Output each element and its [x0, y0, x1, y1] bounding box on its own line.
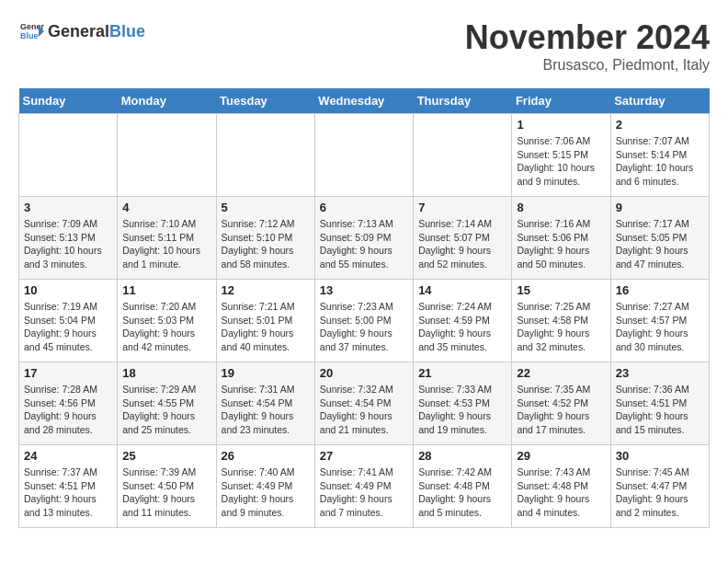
day-detail: Sunrise: 7:13 AM Sunset: 5:09 PM Dayligh… — [320, 217, 408, 271]
calendar-week-row: 24Sunrise: 7:37 AM Sunset: 4:51 PM Dayli… — [19, 445, 710, 528]
day-detail: Sunrise: 7:42 AM Sunset: 4:48 PM Dayligh… — [418, 465, 506, 520]
day-detail: Sunrise: 7:29 AM Sunset: 4:55 PM Dayligh… — [122, 383, 210, 437]
day-detail: Sunrise: 7:31 AM Sunset: 4:54 PM Dayligh… — [222, 383, 310, 437]
day-number: 2 — [616, 118, 704, 132]
day-number: 11 — [122, 283, 210, 297]
calendar-cell: 20Sunrise: 7:32 AM Sunset: 4:54 PM Dayli… — [314, 362, 413, 445]
day-number: 17 — [24, 366, 112, 380]
day-number: 14 — [418, 283, 506, 297]
day-number: 5 — [222, 201, 310, 214]
weekday-header-sunday: Sunday — [19, 88, 118, 114]
day-detail: Sunrise: 7:19 AM Sunset: 5:04 PM Dayligh… — [24, 300, 112, 354]
day-detail: Sunrise: 7:14 AM Sunset: 5:07 PM Dayligh… — [418, 217, 506, 271]
location-subtitle: Brusasco, Piedmont, Italy — [465, 57, 710, 74]
day-detail: Sunrise: 7:21 AM Sunset: 5:01 PM Dayligh… — [222, 300, 310, 354]
calendar-cell — [314, 114, 413, 197]
day-detail: Sunrise: 7:40 AM Sunset: 4:49 PM Dayligh… — [222, 465, 310, 520]
calendar-cell: 21Sunrise: 7:33 AM Sunset: 4:53 PM Dayli… — [414, 362, 512, 445]
day-number: 25 — [122, 449, 210, 463]
day-number: 13 — [320, 283, 408, 297]
weekday-header-thursday: Thursday — [414, 88, 512, 114]
day-number: 6 — [320, 201, 408, 214]
calendar-cell: 10Sunrise: 7:19 AM Sunset: 5:04 PM Dayli… — [19, 280, 118, 362]
day-detail: Sunrise: 7:39 AM Sunset: 4:50 PM Dayligh… — [122, 465, 210, 520]
weekday-header-friday: Friday — [512, 88, 610, 114]
calendar-cell: 18Sunrise: 7:29 AM Sunset: 4:55 PM Dayli… — [118, 362, 216, 445]
calendar-week-row: 17Sunrise: 7:28 AM Sunset: 4:56 PM Dayli… — [19, 362, 710, 445]
day-number: 16 — [616, 283, 704, 297]
day-number: 7 — [418, 201, 506, 214]
day-number: 3 — [24, 201, 112, 214]
weekday-header-saturday: Saturday — [610, 88, 709, 114]
calendar-cell: 26Sunrise: 7:40 AM Sunset: 4:49 PM Dayli… — [216, 445, 314, 528]
calendar-cell: 17Sunrise: 7:28 AM Sunset: 4:56 PM Dayli… — [19, 362, 118, 445]
day-number: 23 — [616, 366, 704, 380]
day-number: 8 — [517, 201, 605, 214]
day-detail: Sunrise: 7:17 AM Sunset: 5:05 PM Dayligh… — [616, 217, 704, 271]
calendar-cell: 27Sunrise: 7:41 AM Sunset: 4:49 PM Dayli… — [314, 445, 413, 528]
calendar-cell: 11Sunrise: 7:20 AM Sunset: 5:03 PM Dayli… — [118, 280, 216, 362]
calendar-cell: 23Sunrise: 7:36 AM Sunset: 4:51 PM Dayli… — [610, 362, 709, 445]
svg-text:Blue: Blue — [20, 31, 39, 40]
calendar-cell: 5Sunrise: 7:12 AM Sunset: 5:10 PM Daylig… — [216, 197, 314, 280]
calendar-cell: 19Sunrise: 7:31 AM Sunset: 4:54 PM Dayli… — [216, 362, 314, 445]
day-number: 20 — [320, 366, 408, 380]
calendar-week-row: 3Sunrise: 7:09 AM Sunset: 5:13 PM Daylig… — [19, 197, 710, 280]
day-number: 21 — [418, 366, 506, 380]
day-detail: Sunrise: 7:41 AM Sunset: 4:49 PM Dayligh… — [320, 465, 408, 520]
day-number: 15 — [517, 283, 605, 297]
day-number: 26 — [222, 449, 310, 463]
day-number: 29 — [517, 449, 605, 463]
calendar-cell — [118, 114, 216, 197]
calendar-week-row: 1Sunrise: 7:06 AM Sunset: 5:15 PM Daylig… — [19, 114, 710, 197]
day-detail: Sunrise: 7:28 AM Sunset: 4:56 PM Dayligh… — [24, 383, 112, 437]
day-detail: Sunrise: 7:43 AM Sunset: 4:48 PM Dayligh… — [517, 465, 605, 520]
calendar-cell — [19, 114, 118, 197]
day-number: 19 — [222, 366, 310, 380]
logo: General Blue GeneralBlue — [18, 18, 145, 44]
month-title: November 2024 — [465, 18, 710, 57]
day-number: 30 — [616, 449, 704, 463]
calendar-cell — [216, 114, 314, 197]
day-detail: Sunrise: 7:45 AM Sunset: 4:47 PM Dayligh… — [616, 465, 704, 520]
logo-icon: General Blue — [18, 18, 44, 44]
day-detail: Sunrise: 7:16 AM Sunset: 5:06 PM Dayligh… — [517, 217, 605, 271]
calendar-cell: 2Sunrise: 7:07 AM Sunset: 5:14 PM Daylig… — [610, 114, 709, 197]
day-number: 22 — [517, 366, 605, 380]
weekday-header-wednesday: Wednesday — [314, 88, 413, 114]
calendar-week-row: 10Sunrise: 7:19 AM Sunset: 5:04 PM Dayli… — [19, 280, 710, 362]
calendar-cell: 22Sunrise: 7:35 AM Sunset: 4:52 PM Dayli… — [512, 362, 610, 445]
day-detail: Sunrise: 7:27 AM Sunset: 4:57 PM Dayligh… — [616, 300, 704, 354]
day-detail: Sunrise: 7:10 AM Sunset: 5:11 PM Dayligh… — [122, 217, 210, 271]
weekday-header-monday: Monday — [118, 88, 216, 114]
calendar-cell: 8Sunrise: 7:16 AM Sunset: 5:06 PM Daylig… — [512, 197, 610, 280]
calendar-cell: 12Sunrise: 7:21 AM Sunset: 5:01 PM Dayli… — [216, 280, 314, 362]
day-number: 24 — [24, 449, 112, 463]
weekday-header-row: SundayMondayTuesdayWednesdayThursdayFrid… — [19, 88, 710, 114]
day-number: 10 — [24, 283, 112, 297]
title-area: November 2024 Brusasco, Piedmont, Italy — [465, 18, 710, 74]
day-detail: Sunrise: 7:32 AM Sunset: 4:54 PM Dayligh… — [320, 383, 408, 437]
day-number: 28 — [418, 449, 506, 463]
day-number: 27 — [320, 449, 408, 463]
calendar-cell: 13Sunrise: 7:23 AM Sunset: 5:00 PM Dayli… — [314, 280, 413, 362]
calendar-cell: 3Sunrise: 7:09 AM Sunset: 5:13 PM Daylig… — [19, 197, 118, 280]
calendar-cell: 29Sunrise: 7:43 AM Sunset: 4:48 PM Dayli… — [512, 445, 610, 528]
logo-text-blue: Blue — [109, 22, 145, 40]
calendar-cell: 9Sunrise: 7:17 AM Sunset: 5:05 PM Daylig… — [610, 197, 709, 280]
calendar-cell: 14Sunrise: 7:24 AM Sunset: 4:59 PM Dayli… — [414, 280, 512, 362]
calendar-cell: 4Sunrise: 7:10 AM Sunset: 5:11 PM Daylig… — [118, 197, 216, 280]
day-detail: Sunrise: 7:25 AM Sunset: 4:58 PM Dayligh… — [517, 300, 605, 354]
day-number: 12 — [222, 283, 310, 297]
calendar-cell: 1Sunrise: 7:06 AM Sunset: 5:15 PM Daylig… — [512, 114, 610, 197]
day-detail: Sunrise: 7:35 AM Sunset: 4:52 PM Dayligh… — [517, 383, 605, 437]
calendar-cell — [414, 114, 512, 197]
day-detail: Sunrise: 7:33 AM Sunset: 4:53 PM Dayligh… — [418, 383, 506, 437]
logo-text-general: General — [48, 22, 109, 40]
day-detail: Sunrise: 7:23 AM Sunset: 5:00 PM Dayligh… — [320, 300, 408, 354]
calendar-table: SundayMondayTuesdayWednesdayThursdayFrid… — [18, 88, 710, 528]
day-number: 1 — [517, 118, 605, 132]
day-detail: Sunrise: 7:36 AM Sunset: 4:51 PM Dayligh… — [616, 383, 704, 437]
day-number: 4 — [122, 201, 210, 214]
calendar-cell: 6Sunrise: 7:13 AM Sunset: 5:09 PM Daylig… — [314, 197, 413, 280]
